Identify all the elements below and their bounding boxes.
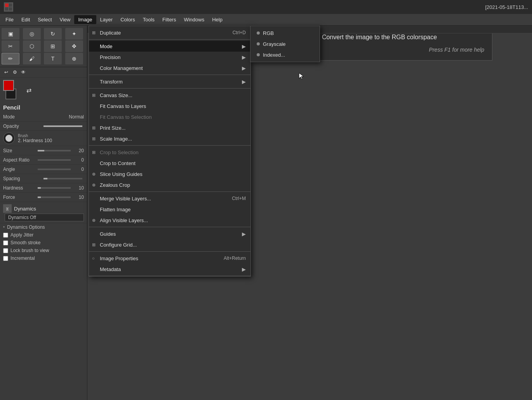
mode-label: Mode	[3, 114, 69, 120]
crop-sel-label: Crop to Selection	[100, 150, 139, 155]
tool-text[interactable]: T	[44, 53, 62, 64]
menu-item-print-size[interactable]: ⊞ Print Size...	[89, 122, 250, 133]
menu-item-config-grid[interactable]: ⊞ Configure Grid...	[89, 239, 250, 250]
tool-foreground-select[interactable]: ⬡	[23, 40, 41, 52]
menu-item-duplicate[interactable]: ⊞ Duplicate Ctrl+D	[89, 27, 250, 38]
submenu-item-grayscale[interactable]: Grayscale	[250, 38, 320, 49]
aspect-ratio-slider[interactable]	[38, 159, 71, 161]
menu-item-crop-content[interactable]: Crop to Content	[89, 158, 250, 169]
cursor	[298, 72, 306, 81]
tool-pencil[interactable]: ✏	[2, 53, 19, 64]
spacing-label: Spacing	[3, 176, 42, 181]
fit-sel-label: Fit Canvas to Selection	[100, 114, 152, 120]
dynamics-icon: ⧖	[3, 204, 12, 213]
force-slider[interactable]	[38, 197, 71, 198]
duplicate-shortcut: Ctrl+D	[233, 30, 246, 35]
incremental-checkbox[interactable]	[3, 256, 8, 261]
menu-windows[interactable]: Windows	[180, 15, 208, 24]
menu-item-align-visible[interactable]: ⊗ Align Visible Layers...	[89, 215, 250, 226]
brush-name: 2. Hardness 100	[18, 138, 52, 143]
force-value: 10	[72, 195, 84, 200]
menu-item-precision[interactable]: Precision ▶	[89, 52, 250, 63]
tool-move[interactable]: ✥	[65, 40, 83, 52]
menu-edit[interactable]: Edit	[17, 15, 34, 24]
menu-item-transform[interactable]: Transform ▶	[89, 76, 250, 87]
incremental-label: Incremental	[10, 256, 35, 261]
zealous-crop-label: Zealous Crop	[100, 182, 130, 188]
submenu-item-indexed[interactable]: Indexed...	[250, 49, 320, 60]
precision-arrow-icon: ▶	[242, 54, 246, 60]
menu-item-slice-guides[interactable]: ⊗ Slice Using Guides	[89, 169, 250, 179]
tool-fuzzy-select[interactable]: ✦	[65, 28, 83, 40]
title-text: [2021-05-18T113...	[485, 4, 528, 10]
config-grid-label: Configure Grid...	[100, 242, 137, 248]
lock-brush-checkbox[interactable]	[3, 248, 8, 253]
brush-selector[interactable]: Brush 2. Hardness 100	[0, 131, 87, 146]
dynamics-options-label[interactable]: Dynamics Options	[7, 224, 45, 230]
dynamics-label: Dynamics	[14, 206, 36, 212]
rgb-dot	[257, 31, 260, 35]
submenu-item-rgb[interactable]: RGB	[250, 28, 320, 38]
apply-jitter-row: Apply Jitter	[0, 231, 87, 239]
hardness-slider[interactable]	[38, 187, 71, 189]
color-swap-icon[interactable]: ⇄	[26, 87, 31, 94]
dynamics-value[interactable]: Dynamics Off	[5, 214, 84, 221]
dynamics-options-row: • Dynamics Options	[0, 223, 87, 231]
menu-file[interactable]: File	[2, 15, 17, 24]
settings-icon[interactable]: ⚙	[11, 68, 19, 76]
tool-clone[interactable]: ⊕	[65, 53, 83, 64]
menu-help[interactable]: Help	[208, 15, 226, 24]
tool-paint[interactable]: 🖌	[23, 53, 41, 64]
spacing-slider[interactable]	[43, 178, 82, 179]
tool-ellipse-select[interactable]: ◎	[23, 28, 41, 40]
size-row: Size 20	[0, 146, 87, 155]
fg-color-patch[interactable]	[3, 80, 14, 91]
opacity-slider[interactable]	[43, 125, 82, 127]
menu-image[interactable]: Image	[74, 15, 96, 24]
view-icon[interactable]: 👁	[19, 68, 27, 76]
aspect-ratio-value: 0	[72, 157, 84, 163]
metadata-label: Metadata	[100, 266, 121, 272]
angle-slider[interactable]	[38, 169, 71, 170]
menu-item-metadata[interactable]: Metadata ▶	[89, 264, 250, 275]
size-slider[interactable]	[38, 150, 71, 151]
tooltip-text: Convert the image to the RGB colorspace	[322, 32, 484, 42]
menu-view[interactable]: View	[56, 15, 75, 24]
tool-lasso[interactable]: ↻	[44, 28, 62, 40]
reset-icon[interactable]: ↩	[2, 68, 10, 76]
angle-row: Angle 0	[0, 165, 87, 174]
align-visible-icon: ⊗	[92, 218, 96, 223]
zealous-crop-icon: ⊗	[92, 183, 96, 188]
hardness-value: 10	[72, 185, 84, 191]
config-grid-icon: ⊞	[92, 242, 96, 247]
tool-rect-select[interactable]: ▣	[2, 28, 19, 40]
tool-scissors[interactable]: ✂	[2, 40, 19, 52]
tool-name-label: Pencil	[0, 103, 87, 112]
menu-item-color-mgmt[interactable]: Color Management ▶	[89, 63, 250, 73]
smooth-stroke-checkbox[interactable]	[3, 240, 8, 245]
guides-arrow-icon: ▶	[242, 231, 246, 237]
menu-item-scale-image[interactable]: ⊞ Scale Image...	[89, 133, 250, 144]
print-size-label: Print Size...	[100, 125, 125, 131]
menu-item-merge-visible[interactable]: Merge Visible Layers... Ctrl+M	[89, 193, 250, 204]
menu-filters[interactable]: Filters	[158, 15, 180, 24]
apply-jitter-checkbox[interactable]	[3, 233, 8, 238]
menu-tools[interactable]: Tools	[139, 15, 158, 24]
menu-item-flatten[interactable]: Flatten Image	[89, 204, 250, 215]
mode-value[interactable]: Normal	[69, 114, 84, 120]
menu-item-img-props[interactable]: ○ Image Properties Alt+Return	[89, 253, 250, 264]
menu-layer[interactable]: Layer	[96, 15, 117, 24]
menu-item-zealous-crop[interactable]: ⊗ Zealous Crop	[89, 179, 250, 190]
menu-item-mode[interactable]: Mode ▶	[89, 41, 250, 52]
menu-item-canvas-size[interactable]: ⊞ Canvas Size...	[89, 90, 250, 101]
menu-item-fit-layers[interactable]: Fit Canvas to Layers	[89, 101, 250, 111]
menu-item-guides[interactable]: Guides ▶	[89, 228, 250, 239]
menu-select[interactable]: Select	[34, 15, 56, 24]
menu-colors[interactable]: Colors	[116, 15, 139, 24]
tool-align[interactable]: ⊞	[44, 40, 62, 52]
menu-bar: File Edit Select View Image Layer Colors…	[0, 14, 532, 26]
spacing-row: Spacing	[0, 174, 87, 183]
slice-guides-label: Slice Using Guides	[100, 171, 143, 177]
angle-label: Angle	[3, 167, 36, 172]
menu-section-7: Guides ▶ ⊞ Configure Grid...	[89, 227, 250, 252]
